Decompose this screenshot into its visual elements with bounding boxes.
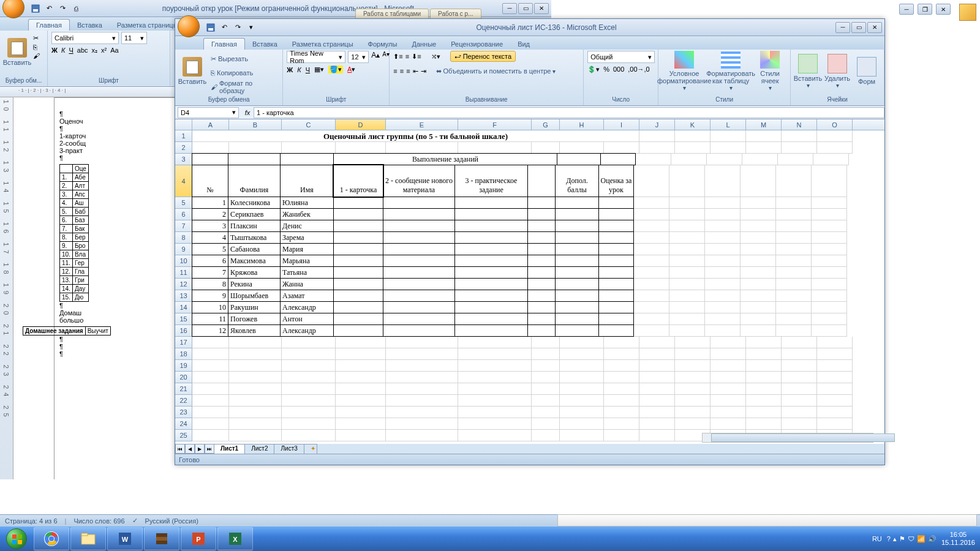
row-header[interactable]: 5 — [175, 197, 192, 209]
shrink-font-icon[interactable]: A▾ — [382, 51, 390, 63]
taskbar-excel[interactable]: X — [217, 527, 253, 550]
column-header[interactable]: D — [336, 119, 386, 130]
context-tab[interactable]: Работа с таблицами — [355, 9, 429, 19]
row-header[interactable]: 16 — [175, 325, 192, 337]
superscript-button[interactable]: x² — [101, 47, 107, 54]
row-header[interactable]: 17 — [175, 337, 192, 348]
formula-input[interactable]: 1 - карточка — [254, 107, 884, 118]
font-combo[interactable]: Calibri▾ — [51, 32, 119, 44]
row-header[interactable]: 15 — [175, 313, 192, 325]
font-color-button[interactable]: A▾ — [347, 66, 355, 73]
copy-icon[interactable]: ⎘ — [33, 43, 40, 51]
column-header[interactable]: C — [282, 119, 336, 130]
taskbar-powerpoint[interactable]: P — [181, 527, 216, 550]
taskbar-word[interactable]: W — [107, 527, 143, 550]
row-header[interactable]: 9 — [175, 244, 192, 255]
tab-home[interactable]: Главная — [203, 38, 245, 50]
align-bottom-icon[interactable]: ⬇≡ — [412, 53, 421, 61]
font-combo[interactable]: Times New Rom▾ — [287, 51, 345, 63]
maximize-button[interactable]: ▭ — [851, 22, 866, 33]
context-tab[interactable]: Работа с р... — [430, 9, 481, 19]
merge-button[interactable]: ⬌Объединить и поместить в центре ▾ — [434, 64, 559, 78]
undo-icon[interactable]: ↶ — [43, 2, 55, 15]
print-icon[interactable]: ⎙ — [70, 2, 82, 15]
tray-up-icon[interactable]: ▴ — [893, 535, 897, 543]
new-sheet-button[interactable]: ✦ — [304, 444, 317, 454]
fx-button[interactable]: fx — [241, 107, 254, 118]
wrap-text-button[interactable]: ⮐ Перенос текста — [450, 51, 516, 62]
cut-icon[interactable]: ✂ — [33, 34, 40, 42]
column-header[interactable]: N — [782, 119, 817, 130]
paste-button[interactable]: Вставить — [179, 51, 206, 91]
minimize-button[interactable]: ─ — [835, 22, 850, 33]
first-sheet-icon[interactable]: ⏮ — [175, 444, 185, 454]
tab-formulas[interactable]: Формулы — [361, 39, 405, 50]
row-header[interactable]: 25 — [175, 430, 192, 441]
row-header[interactable]: 19 — [175, 360, 192, 372]
taskbar-winrar[interactable] — [144, 527, 179, 550]
row-header[interactable]: 6 — [175, 209, 192, 220]
format-table-button[interactable]: Форматировать как таблицу▾ — [709, 51, 753, 91]
tab-review[interactable]: Рецензирование — [443, 39, 510, 50]
format-cells-button[interactable]: Форм — [853, 51, 880, 91]
bold-button[interactable]: Ж — [287, 66, 293, 73]
browser-address-bar[interactable] — [557, 514, 977, 527]
copy-button[interactable]: ⎘Копировать — [208, 66, 279, 80]
start-button[interactable] — [0, 527, 33, 551]
underline-button[interactable]: Ч — [306, 66, 310, 73]
save-icon[interactable] — [205, 21, 217, 34]
percent-icon[interactable]: % — [603, 66, 609, 73]
close-button[interactable]: ✕ — [936, 4, 951, 15]
restore-button[interactable]: ❐ — [918, 4, 932, 15]
undo-icon[interactable]: ↶ — [218, 21, 230, 34]
font-size-combo[interactable]: 11▾ — [121, 32, 147, 44]
tab-home[interactable]: Главная — [28, 19, 70, 31]
subscript-button[interactable]: x₂ — [92, 47, 98, 54]
row-header[interactable]: 3 — [175, 154, 192, 165]
align-center-icon[interactable]: ≡ — [400, 67, 404, 75]
minimize-button[interactable]: ─ — [502, 3, 517, 14]
horizontal-ruler[interactable]: · 1 · | · 2 · | · 3 · | · 4 · | — [0, 88, 175, 97]
next-sheet-icon[interactable]: ▶ — [195, 444, 205, 454]
prev-sheet-icon[interactable]: ◀ — [185, 444, 195, 454]
comma-icon[interactable]: 000 — [613, 66, 624, 73]
align-right-icon[interactable]: ≡ — [406, 67, 410, 75]
fill-color-button[interactable]: 🪣▾ — [328, 66, 343, 73]
folder-icon[interactable] — [959, 4, 976, 21]
border-button[interactable]: ▦▾ — [314, 66, 324, 73]
bold-button[interactable]: Ж — [51, 47, 58, 54]
inc-decimal-icon[interactable]: ,00→,0 — [628, 66, 649, 73]
redo-icon[interactable]: ↷ — [232, 21, 244, 34]
tab-data[interactable]: Данные — [404, 39, 443, 50]
spreadsheet-grid[interactable]: ABCDEFGHIJKLMNO 1Оценочный лист группы (… — [175, 119, 884, 444]
tab-layout[interactable]: Разметка страницы — [110, 20, 186, 31]
sheet-tab[interactable]: Лист2 — [244, 444, 274, 454]
cell-styles-button[interactable]: Стили ячеек▾ — [755, 51, 785, 91]
cut-button[interactable]: ✂Вырезать — [208, 52, 279, 66]
tab-insert[interactable]: Вставка — [245, 39, 285, 50]
align-middle-icon[interactable]: ≡ — [405, 53, 409, 60]
italic-button[interactable]: К — [61, 47, 65, 54]
spell-check-icon[interactable]: ✓ — [132, 517, 138, 525]
strike-button[interactable]: abc — [77, 47, 88, 54]
save-icon[interactable] — [29, 2, 42, 15]
align-top-icon[interactable]: ⬆≡ — [393, 53, 402, 61]
row-header[interactable]: 4 — [175, 165, 192, 197]
lang-indicator[interactable]: RU — [872, 535, 882, 542]
sheet-tab[interactable]: Лист1 — [214, 444, 245, 454]
shield-icon[interactable]: 🛡 — [908, 535, 914, 543]
clock[interactable]: 16:05 15.11.2016 — [941, 531, 975, 547]
taskbar-chrome[interactable] — [34, 527, 69, 550]
row-header[interactable]: 14 — [175, 302, 192, 313]
help-icon[interactable]: ? — [887, 535, 891, 543]
row-header[interactable]: 12 — [175, 279, 192, 290]
qat-dropdown-icon[interactable]: ▾ — [245, 21, 257, 34]
delete-cells-button[interactable]: Удалить▾ — [824, 51, 851, 91]
row-header[interactable]: 10 — [175, 255, 192, 267]
conditional-format-button[interactable]: Условное форматирование▾ — [662, 51, 706, 91]
column-header[interactable]: M — [746, 119, 782, 130]
indent-dec-icon[interactable]: ⇤ — [413, 67, 418, 75]
case-button[interactable]: Aa — [110, 47, 118, 54]
row-header[interactable]: 20 — [175, 372, 192, 383]
volume-icon[interactable]: 🔊 — [928, 535, 937, 543]
